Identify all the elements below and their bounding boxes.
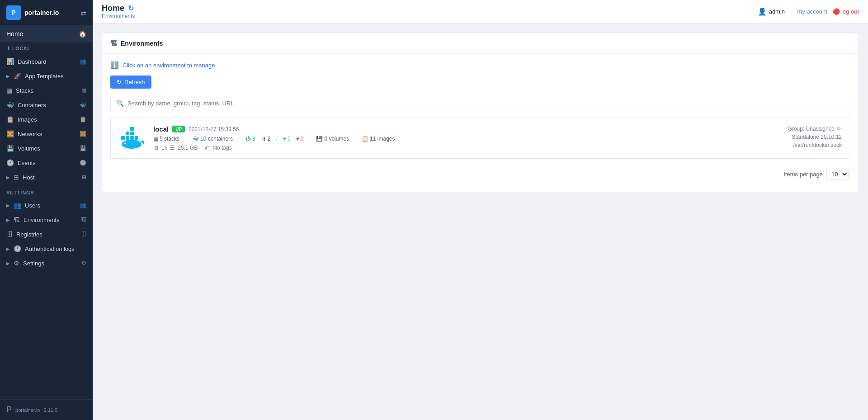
host-icon: ⊞ xyxy=(14,174,19,181)
sidebar-collapse-button[interactable]: ⇄ xyxy=(80,9,86,17)
env-socket: /var/run/docker.sock xyxy=(788,142,842,148)
sidebar-item-stacks[interactable]: ▦ Stacks ▦ xyxy=(0,83,93,98)
containers-right-icon: 🐳 xyxy=(80,102,86,108)
user-icon: 👤 xyxy=(758,7,767,16)
sidebar-item-registries[interactable]: 🗄 Registries 🗄 xyxy=(0,227,93,241)
environment-card-local[interactable]: local UP 2021-12-17 15:39:56 ▦ 5 stacks … xyxy=(110,118,850,159)
svg-point-7 xyxy=(122,140,142,149)
page-title: Home ↻ xyxy=(102,4,135,13)
environments-header-icon: 🏗 xyxy=(110,39,117,47)
sidebar-item-events[interactable]: 🕐 Events 🕐 xyxy=(0,156,93,170)
stat-sep4: - xyxy=(309,136,311,142)
sidebar-item-settings[interactable]: ▶ ⚙ Settings ⚙ xyxy=(0,256,93,270)
svg-rect-0 xyxy=(121,136,125,140)
env-cpu: 16 xyxy=(161,145,167,151)
page-refresh-icon[interactable]: ↻ xyxy=(128,4,134,13)
search-input[interactable] xyxy=(127,100,844,107)
sidebar-images-label: Images xyxy=(18,116,37,123)
sidebar-nav-settings: ▶ 👥 Users 👥 ▶ 🏗 Environments 🏗 🗄 Registr… xyxy=(0,197,93,271)
host-chevron: ▶ xyxy=(6,175,10,180)
logout-icon: 🔴 xyxy=(833,8,840,15)
topbar-divider: | xyxy=(790,8,792,15)
volumes-icon: 💾 xyxy=(6,145,14,152)
containers-icon: 🐳 xyxy=(6,101,14,109)
info-message: Click on an environment to manage xyxy=(123,62,215,69)
svg-rect-2 xyxy=(130,136,134,140)
memory-icon: ☰ xyxy=(170,145,175,151)
items-per-page-select[interactable]: 10 25 50 xyxy=(826,169,849,180)
edit-group-icon[interactable]: ✏ xyxy=(837,125,842,132)
sidebar-host-label: Host xyxy=(23,174,35,181)
environments-card: 🏗 Environments ℹ️ Click on an environmen… xyxy=(102,33,859,192)
refresh-button[interactable]: ↻ Refresh xyxy=(110,76,151,89)
card-header-title: Environments xyxy=(121,40,163,47)
app-templates-icon: 🚀 xyxy=(14,72,21,80)
sidebar-item-home[interactable]: Home 🏠 xyxy=(0,26,93,42)
settings-icon: ⚙ xyxy=(14,260,19,267)
env-group-label: Group: Unassigned xyxy=(788,126,835,132)
sidebar-dashboard-label: Dashboard xyxy=(18,58,47,65)
env-volumes-stat: 💾 0 volumes xyxy=(316,136,349,142)
sidebar-nav-local: 📊 Dashboard 👥 ▶ 🚀 App Templates ▦ Stacks… xyxy=(0,53,93,185)
events-right-icon: 🕐 xyxy=(80,160,86,166)
search-bar: 🔍 xyxy=(110,96,850,110)
env-stacks-stat: ▦ 5 stacks xyxy=(153,136,179,142)
env-healthy-stat: ♥ 0 xyxy=(283,136,291,142)
env-tags: No tags xyxy=(213,145,231,151)
containers-stat-icon: 🐳 xyxy=(192,136,199,142)
env-name-row: local UP 2021-12-17 15:39:56 xyxy=(153,125,395,133)
topbar-left: Home ↻ Environments xyxy=(102,4,135,19)
breadcrumb: Environments xyxy=(102,13,135,19)
my-account-link[interactable]: my account xyxy=(797,8,827,15)
svg-rect-4 xyxy=(126,132,129,135)
environment-timestamp: 2021-12-17 15:39:56 xyxy=(189,126,239,132)
environment-card-right: Group: Unassigned ✏ Standalone 20.10.12 … xyxy=(788,125,842,148)
cpu-icon: 🖥 xyxy=(153,145,159,151)
dashboard-right-icon: 👥 xyxy=(80,58,86,65)
sidebar-registries-label: Registries xyxy=(16,231,42,238)
sidebar-item-networks[interactable]: 🔀 Networks 🔀 xyxy=(0,127,93,141)
sidebar-footer-version: 2.11.0 xyxy=(43,407,57,413)
home-icon: 🏠 xyxy=(79,30,86,38)
refresh-btn-label: Refresh xyxy=(124,79,145,85)
env-stopped-stat: ⏸ 2 xyxy=(261,136,271,142)
svg-rect-1 xyxy=(126,136,129,140)
sidebar-item-dashboard[interactable]: 📊 Dashboard 👥 xyxy=(0,54,93,69)
sidebar-home-label: Home xyxy=(6,30,23,38)
sidebar-item-images[interactable]: 📋 Images 📋 xyxy=(0,112,93,127)
sidebar-item-environments[interactable]: ▶ 🏗 Environments 🏗 xyxy=(0,212,93,227)
volumes-right-icon: 💾 xyxy=(80,145,86,151)
sidebar-item-containers[interactable]: 🐳 Containers 🐳 xyxy=(0,98,93,112)
registries-right-icon: 🗄 xyxy=(81,231,86,237)
sidebar-footer-logo: portainer.io xyxy=(15,407,40,413)
card-body: ℹ️ Click on an environment to manage ↻ R… xyxy=(102,54,859,192)
sidebar-events-label: Events xyxy=(18,160,36,166)
sidebar-app-templates-label: App Templates xyxy=(25,73,64,80)
sidebar-item-host[interactable]: ▶ ⊞ Host ⊞ xyxy=(0,170,93,184)
settings-right-icon: ⚙ xyxy=(81,260,86,266)
sidebar-networks-label: Networks xyxy=(18,131,42,137)
info-icon: ℹ️ xyxy=(110,61,119,69)
info-banner: ℹ️ Click on an environment to manage xyxy=(110,61,850,69)
registries-icon: 🗄 xyxy=(6,231,13,238)
sidebar-volumes-label: Volumes xyxy=(18,145,40,152)
logout-link[interactable]: 🔴 log out xyxy=(833,8,859,15)
topbar-right: 👤 admin | my account 🔴 log out xyxy=(758,7,859,16)
env-type: Standalone 20.10.12 xyxy=(788,134,842,140)
sidebar-item-users[interactable]: ▶ 👥 Users 👥 xyxy=(0,198,93,212)
pagination-row: Items per page 10 25 50 xyxy=(110,164,850,184)
sidebar-item-auth-logs[interactable]: ▶ 🕐 Authentication logs xyxy=(0,241,93,256)
users-right-icon: 👥 xyxy=(80,202,86,208)
sidebar-logo-text: portainer.io xyxy=(24,9,59,16)
sidebar-item-app-templates[interactable]: ▶ 🚀 App Templates xyxy=(0,69,93,83)
environment-info: local UP 2021-12-17 15:39:56 ▦ 5 stacks … xyxy=(153,125,395,151)
sidebar-item-volumes[interactable]: 💾 Volumes 💾 xyxy=(0,141,93,156)
environments-icon: 🏗 xyxy=(14,216,20,223)
app-templates-chevron: ▶ xyxy=(6,74,10,79)
sidebar-users-label: Users xyxy=(25,202,40,209)
networks-right-icon: 🔀 xyxy=(80,131,86,137)
sidebar: P portainer.io ⇄ Home 🏠 ⬇ LOCAL 📊 Dashbo… xyxy=(0,0,93,420)
content: 🏗 Environments ℹ️ Click on an environmen… xyxy=(93,24,868,420)
host-right-icon: ⊞ xyxy=(82,174,86,180)
env-running-stat: ⏻ 8 xyxy=(245,136,255,142)
